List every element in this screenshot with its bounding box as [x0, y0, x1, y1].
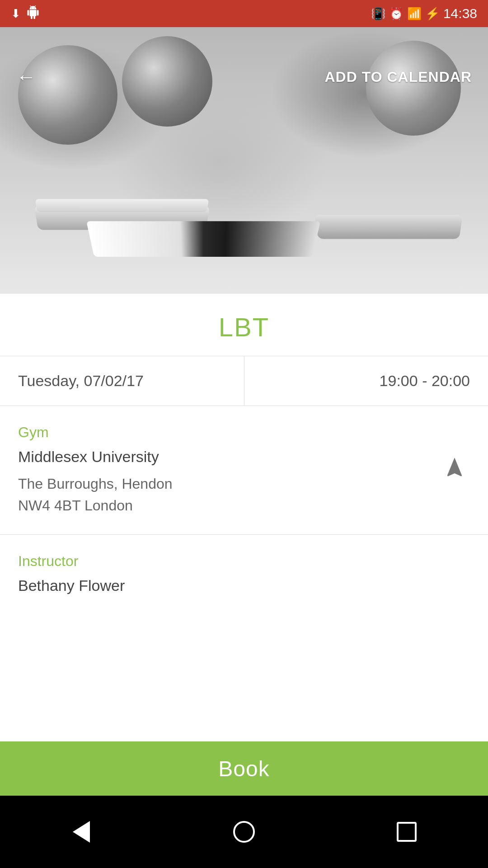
battery-icon: ⚡ — [425, 7, 440, 21]
back-triangle-icon — [73, 821, 90, 843]
book-label: Book — [218, 756, 269, 781]
class-title: LBT — [0, 294, 488, 356]
status-bar: ⬇ 📳 ⏰ 📶 ⚡ 14:38 — [0, 0, 488, 27]
location-label: Gym — [18, 424, 470, 441]
android-icon — [26, 5, 40, 22]
nav-home-button[interactable] — [226, 814, 262, 850]
back-button[interactable]: ← — [16, 66, 36, 88]
class-time: 19:00 - 20:00 — [380, 372, 470, 390]
platform-decoration-2 — [35, 199, 209, 212]
status-bar-right-icons: 📳 ⏰ 📶 ⚡ 14:38 — [371, 6, 477, 21]
signal-icon: 📶 — [407, 7, 422, 21]
datetime-row: Tuesday, 07/02/17 19:00 - 20:00 — [0, 356, 488, 406]
status-time: 14:38 — [443, 6, 477, 21]
download-icon: ⬇ — [11, 7, 21, 21]
location-section: Gym Middlesex University The Burroughs, … — [0, 406, 488, 535]
platform-decoration-3 — [314, 215, 463, 239]
content-area: LBT Tuesday, 07/02/17 19:00 - 20:00 Gym … — [0, 294, 488, 608]
nav-back-button[interactable] — [63, 814, 99, 850]
vibrate-icon: 📳 — [371, 7, 385, 21]
instructor-label: Instructor — [18, 553, 470, 570]
android-nav-bar — [0, 796, 488, 868]
navigate-icon[interactable] — [443, 456, 466, 485]
location-name: Middlesex University — [18, 448, 470, 466]
add-to-calendar-button[interactable]: ADD TO CALENDAR — [324, 69, 472, 85]
home-circle-icon — [233, 821, 255, 843]
location-address: The Burroughs, Hendon NW4 4BT London — [18, 473, 470, 516]
date-cell: Tuesday, 07/02/17 — [0, 356, 244, 406]
recents-square-icon — [397, 822, 417, 842]
instructor-name: Bethany Flower — [18, 577, 470, 594]
instructor-section: Instructor Bethany Flower — [0, 535, 488, 608]
status-bar-left-icons: ⬇ — [11, 5, 40, 22]
nav-recents-button[interactable] — [389, 814, 425, 850]
hero-image: ← ADD TO CALENDAR — [0, 27, 488, 294]
top-navigation: ← ADD TO CALENDAR — [0, 54, 488, 99]
time-cell: 19:00 - 20:00 — [244, 356, 488, 406]
class-date: Tuesday, 07/02/17 — [18, 372, 144, 390]
alarm-icon: ⏰ — [389, 7, 404, 21]
book-button[interactable]: Book — [0, 741, 488, 796]
